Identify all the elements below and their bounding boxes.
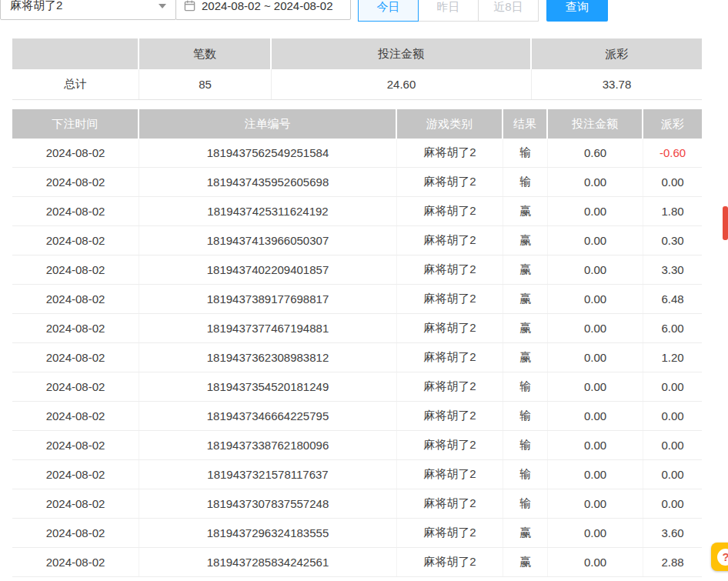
table-row: 2024-08-02 1819437402209401857 麻将胡了2 赢 0…: [12, 255, 702, 285]
support-float-button[interactable]: ?: [711, 543, 728, 571]
table-row: 2024-08-02 1819437296324183555 麻将胡了2 赢 0…: [12, 519, 702, 548]
bet-table-body: 2024-08-02 1819437562549251584 麻将胡了2 输 0…: [12, 139, 702, 577]
cell-bet-time: 2024-08-02: [12, 489, 139, 518]
cell-game-type: 麻将胡了2: [397, 139, 503, 167]
date-range-input[interactable]: 2024-08-02 ~ 2024-08-02: [175, 0, 351, 20]
cell-order-number: 1819437354520181249: [139, 372, 397, 401]
table-row: 2024-08-02 1819437354520181249 麻将胡了2 输 0…: [12, 372, 702, 402]
header-bet-time: 下注时间: [12, 109, 139, 139]
chevron-down-icon: [159, 4, 166, 8]
bet-table-header-row: 下注时间 注单编号 游戏类别 结果 投注金额 派彩: [12, 109, 702, 139]
game-select[interactable]: 麻将胡了2: [0, 0, 176, 20]
cell-bet-amount: 0.00: [548, 285, 643, 313]
table-row: 2024-08-02 1819437346664225795 麻将胡了2 输 0…: [12, 402, 702, 431]
cell-game-type: 麻将胡了2: [397, 402, 503, 430]
cell-payout: 1.80: [643, 197, 702, 225]
cell-order-number: 1819437425311624192: [139, 197, 397, 225]
cell-order-number: 1819437346664225795: [139, 402, 397, 430]
cell-result: 赢: [503, 197, 548, 225]
cell-result: 输: [503, 431, 548, 459]
cell-result: 赢: [503, 343, 548, 372]
cell-bet-amount: 0.00: [548, 372, 643, 401]
header-game-type: 游戏类别: [397, 109, 503, 139]
cell-game-type: 麻将胡了2: [397, 489, 503, 518]
summary-total-bet-amount: 24.60: [272, 69, 532, 99]
search-button[interactable]: 查询: [546, 0, 608, 22]
cell-order-number: 1819437389177698817: [139, 285, 397, 313]
summary-total-label: 总计: [12, 69, 139, 99]
cell-order-number: 1819437338762180096: [139, 431, 397, 459]
cell-bet-amount: 0.00: [548, 255, 643, 284]
quick-filter-group: 今日 昨日 近8日: [358, 0, 539, 22]
table-row: 2024-08-02 1819437338762180096 麻将胡了2 输 0…: [12, 431, 702, 460]
header-result: 结果: [503, 109, 548, 139]
cell-game-type: 麻将胡了2: [397, 372, 503, 401]
bet-table: 下注时间 注单编号 游戏类别 结果 投注金额 派彩 2024-08-02 181…: [12, 109, 702, 577]
cell-payout: 2.88: [643, 548, 702, 576]
table-row: 2024-08-02 1819437362308983812 麻将胡了2 赢 0…: [12, 343, 702, 372]
quick-filter-last8days[interactable]: 近8日: [478, 0, 539, 22]
cell-bet-amount: 0.00: [548, 168, 643, 196]
summary-total-count: 85: [139, 69, 272, 99]
cell-order-number: 1819437296324183555: [139, 519, 397, 547]
cell-result: 赢: [503, 255, 548, 284]
summary-table: 笔数 投注金额 派彩 总计 85 24.60 33.78: [12, 38, 702, 100]
cell-bet-amount: 0.00: [548, 197, 643, 225]
header-payout: 派彩: [643, 109, 702, 139]
cell-payout: 3.60: [643, 519, 702, 547]
summary-header-payout: 派彩: [532, 38, 702, 69]
cell-game-type: 麻将胡了2: [397, 314, 503, 342]
cell-bet-amount: 0.00: [548, 519, 643, 547]
cell-order-number: 1819437285834242561: [139, 548, 397, 576]
cell-game-type: 麻将胡了2: [397, 343, 503, 372]
cell-result: 输: [503, 372, 548, 401]
cell-game-type: 麻将胡了2: [397, 285, 503, 313]
support-icon: ?: [717, 549, 728, 566]
cell-bet-amount: 0.00: [548, 402, 643, 430]
cell-order-number: 1819437307837557248: [139, 489, 397, 518]
cell-payout: -0.60: [643, 139, 702, 167]
cell-bet-time: 2024-08-02: [12, 548, 139, 576]
table-row: 2024-08-02 1819437307837557248 麻将胡了2 输 0…: [12, 489, 702, 519]
cell-game-type: 麻将胡了2: [397, 431, 503, 459]
cell-result: 赢: [503, 314, 548, 342]
summary-header-row: 笔数 投注金额 派彩: [12, 38, 702, 69]
table-row: 2024-08-02 1819437285834242561 麻将胡了2 赢 0…: [12, 548, 702, 577]
cell-order-number: 1819437321578117637: [139, 460, 397, 489]
cell-payout: 0.00: [643, 431, 702, 459]
table-row: 2024-08-02 1819437377467194881 麻将胡了2 赢 0…: [12, 314, 702, 343]
cell-payout: 0.00: [643, 489, 702, 518]
table-row: 2024-08-02 1819437413966050307 麻将胡了2 赢 0…: [12, 226, 702, 255]
cell-payout: 3.30: [643, 255, 702, 284]
cell-bet-time: 2024-08-02: [12, 460, 139, 489]
cell-result: 输: [503, 460, 548, 489]
cell-bet-amount: 0.00: [548, 431, 643, 459]
cell-bet-amount: 0.60: [548, 139, 643, 167]
summary-header-count: 笔数: [139, 38, 272, 69]
table-row: 2024-08-02 1819437435952605698 麻将胡了2 输 0…: [12, 168, 702, 197]
cell-bet-time: 2024-08-02: [12, 314, 139, 342]
cell-order-number: 1819437562549251584: [139, 139, 397, 167]
quick-filter-yesterday[interactable]: 昨日: [418, 0, 479, 22]
cell-payout: 0.00: [643, 402, 702, 430]
cell-payout: 1.20: [643, 343, 702, 372]
cell-payout: 6.00: [643, 314, 702, 342]
cell-result: 赢: [503, 226, 548, 255]
quick-filter-today[interactable]: 今日: [358, 0, 419, 22]
cell-bet-time: 2024-08-02: [12, 372, 139, 401]
summary-header-bet-amount: 投注金额: [272, 38, 532, 69]
cell-order-number: 1819437362308983812: [139, 343, 397, 372]
scrollbar-thumb[interactable]: [723, 206, 728, 240]
cell-result: 输: [503, 139, 548, 167]
cell-bet-time: 2024-08-02: [12, 255, 139, 284]
cell-order-number: 1819437402209401857: [139, 255, 397, 284]
cell-game-type: 麻将胡了2: [397, 460, 503, 489]
cell-result: 输: [503, 168, 548, 196]
cell-bet-amount: 0.00: [548, 460, 643, 489]
cell-order-number: 1819437435952605698: [139, 168, 397, 196]
cell-game-type: 麻将胡了2: [397, 197, 503, 225]
cell-bet-time: 2024-08-02: [12, 168, 139, 196]
cell-bet-time: 2024-08-02: [12, 139, 139, 167]
cell-bet-time: 2024-08-02: [12, 343, 139, 372]
cell-game-type: 麻将胡了2: [397, 255, 503, 284]
